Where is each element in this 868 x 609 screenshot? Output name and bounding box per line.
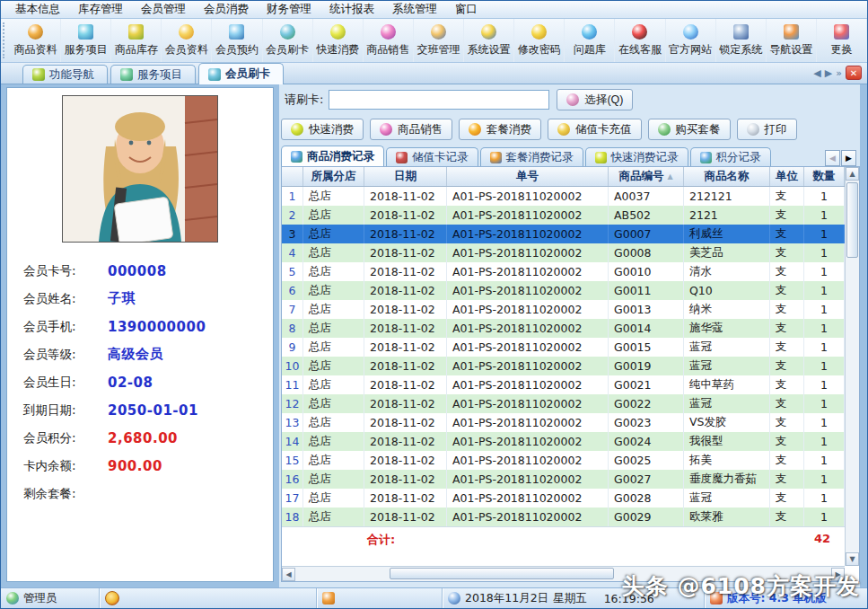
table-row[interactable]: 8总店2018-11-02A01-PS-201811020002G0014施华蔻… [282, 319, 845, 338]
table-row[interactable]: 3总店2018-11-02A01-PS-201811020002G0007利威丝… [282, 225, 845, 243]
toolbar-item-6[interactable]: 快速消费 [313, 19, 364, 62]
table-row[interactable]: 6总店2018-11-02A01-PS-201811020002G0011Q10… [282, 281, 845, 300]
column-header-单号[interactable]: 单号 [447, 167, 609, 186]
action-button-label: 打印 [765, 122, 787, 137]
column-header-label: 日期 [394, 169, 416, 184]
record-tab-积分记录[interactable]: 积分记录 [690, 147, 771, 166]
menu-item-1[interactable]: 库存管理 [69, 0, 132, 19]
toolbar-item-11[interactable]: 问题库 [565, 19, 615, 62]
menu-item-5[interactable]: 统计报表 [320, 0, 383, 19]
member-field-value: 1390000000 [108, 319, 206, 335]
swipe-card-input[interactable] [329, 90, 549, 110]
table-header-row[interactable]: 所属分店日期单号商品编号▲商品名称单位数量 [282, 167, 845, 187]
row-number-cell: 7 [282, 300, 303, 319]
toolbar-item-3[interactable]: 会员资料 [162, 19, 212, 62]
table-row[interactable]: 10总店2018-11-02A01-PS-201811020002G0019蓝冠… [282, 357, 845, 375]
table-row[interactable]: 9总店2018-11-02A01-PS-201811020002G0015蓝冠支… [282, 338, 845, 357]
toolbar-item-8[interactable]: 交班管理 [414, 19, 464, 62]
table-row[interactable]: 14总店2018-11-02A01-PS-201811020002G0024我很… [282, 432, 845, 451]
toolbar-item-1[interactable]: 服务项目 [61, 19, 111, 62]
table-cell: A01-PS-201811020002 [447, 375, 609, 394]
menu-item-4[interactable]: 财务管理 [258, 0, 320, 19]
record-scroll-left-icon[interactable]: ◀ [825, 150, 840, 166]
table-cell: 总店 [303, 225, 364, 243]
action-button-快速消费[interactable]: 快速消费 [281, 119, 364, 140]
tab-scroll-left-icon[interactable]: ◀ [813, 67, 820, 79]
record-tab-label: 商品消费记录 [307, 149, 374, 164]
table-row[interactable]: 1总店2018-11-02A01-PS-201811020002A0037212… [282, 187, 845, 206]
tab-scroll-right-icon[interactable]: ▶ [825, 67, 832, 79]
menu-item-0[interactable]: 基本信息 [6, 0, 69, 19]
toolbar-item-0[interactable]: 商品资料 [11, 19, 61, 62]
action-button-商品销售[interactable]: 商品销售 [370, 119, 452, 140]
horizontal-scroll-thumb[interactable] [390, 568, 614, 579]
table-cell: 2018-11-02 [364, 319, 447, 338]
scroll-down-icon[interactable]: ▼ [846, 552, 859, 566]
tab-服务项目[interactable]: 服务项目 [110, 65, 196, 84]
toolbar-grip-handle[interactable] [3, 22, 9, 58]
table-row[interactable]: 16总店2018-11-02A01-PS-201811020002G0027垂度… [282, 470, 845, 489]
menu-item-7[interactable]: 窗口 [446, 0, 487, 19]
tab-功能导航[interactable]: 功能导航 [22, 65, 108, 84]
toolbar-item-5[interactable]: 会员刷卡 [263, 19, 313, 62]
column-header-单位[interactable]: 单位 [770, 167, 804, 186]
toolbar-item-12[interactable]: 在线客服 [615, 19, 665, 62]
toolbar-item-14[interactable]: 锁定系统 [716, 19, 767, 62]
tab-会员刷卡[interactable]: 会员刷卡 [198, 63, 284, 84]
menu-item-3[interactable]: 会员消费 [195, 0, 258, 19]
table-row[interactable]: 5总店2018-11-02A01-PS-201811020002G0010清水支… [282, 262, 845, 281]
column-header-商品名称[interactable]: 商品名称 [684, 167, 770, 186]
select-member-button[interactable]: 选择(Q) [557, 89, 633, 110]
vertical-scrollbar[interactable]: ▲ ▼ [845, 167, 859, 566]
member-panel: 会员卡号:000008会员姓名:子琪会员手机:1390000000会员等级:高级… [6, 87, 274, 582]
member-swipe-tab-icon [208, 68, 221, 81]
close-tab-button[interactable]: ✕ [846, 66, 862, 80]
toolbar-item-16[interactable]: 更换 [817, 19, 867, 62]
action-button-储值卡充值[interactable]: 储值卡充值 [548, 119, 642, 140]
action-button-打印[interactable]: 打印 [737, 119, 797, 140]
toolbar-item-9[interactable]: 系统设置 [464, 19, 514, 62]
row-number-cell: 13 [282, 413, 303, 432]
scroll-left-icon[interactable]: ◀ [282, 568, 295, 581]
action-button-购买套餐[interactable]: 购买套餐 [648, 119, 731, 140]
toolbar-item-label: 问题库 [574, 42, 606, 57]
action-button-套餐消费[interactable]: 套餐消费 [459, 119, 541, 140]
table-cell: A01-PS-201811020002 [447, 338, 609, 357]
record-tab-商品消费记录[interactable]: 商品消费记录 [281, 146, 384, 166]
column-header-数量[interactable]: 数量 [804, 167, 845, 186]
table-row[interactable]: 7总店2018-11-02A01-PS-201811020002G0013纳米支… [282, 300, 845, 319]
table-row[interactable]: 4总店2018-11-02A01-PS-201811020002G0008美芝品… [282, 243, 845, 262]
toolbar-item-10[interactable]: 修改密码 [514, 19, 565, 62]
stored-card-record-icon [396, 152, 408, 163]
vertical-scroll-thumb[interactable] [846, 182, 858, 258]
toolbar-item-4[interactable]: 会员预约 [212, 19, 262, 62]
table-row[interactable]: 11总店2018-11-02A01-PS-201811020002G0021纯中… [282, 375, 845, 394]
toolbar-item-13[interactable]: 官方网站 [666, 19, 716, 62]
record-tab-储值卡记录[interactable]: 储值卡记录 [386, 147, 478, 166]
table-row[interactable]: 2总店2018-11-02A01-PS-201811020002AB502212… [282, 206, 845, 225]
record-tab-快速消费记录[interactable]: 快速消费记录 [585, 147, 688, 166]
toolbar-item-7[interactable]: 商品销售 [364, 19, 414, 62]
table-row[interactable]: 17总店2018-11-02A01-PS-201811020002G0028蓝冠… [282, 489, 845, 508]
table-cell: 支 [770, 508, 804, 526]
table-cell: G0025 [609, 451, 684, 470]
menu-item-6[interactable]: 系统管理 [383, 0, 446, 19]
menu-item-2[interactable]: 会员管理 [132, 0, 195, 19]
column-header-日期[interactable]: 日期 [364, 167, 447, 186]
scroll-right-icon[interactable]: ▶ [831, 568, 845, 581]
table-cell: A01-PS-201811020002 [447, 206, 609, 225]
table-row[interactable]: 12总店2018-11-02A01-PS-201811020002G0022蓝冠… [282, 394, 845, 413]
tab-list-chevron-icon[interactable]: » [836, 67, 842, 79]
horizontal-scrollbar[interactable]: ◀ ▶ [282, 566, 845, 581]
toolbar-item-15[interactable]: 导航设置 [767, 19, 817, 62]
scroll-up-icon[interactable]: ▲ [846, 167, 859, 181]
record-tab-套餐消费记录[interactable]: 套餐消费记录 [480, 147, 583, 166]
table-row[interactable]: 15总店2018-11-02A01-PS-201811020002G0025拓美… [282, 451, 845, 470]
tab-label: 会员刷卡 [225, 66, 270, 82]
table-row[interactable]: 18总店2018-11-02A01-PS-201811020002G0029欧莱… [282, 508, 845, 526]
toolbar-item-2[interactable]: 商品库存 [111, 19, 162, 62]
record-scroll-right-icon[interactable]: ▶ [841, 150, 856, 166]
column-header-商品编号[interactable]: 商品编号▲ [609, 167, 684, 186]
column-header-所属分店[interactable]: 所属分店 [303, 167, 364, 186]
table-row[interactable]: 13总店2018-11-02A01-PS-201811020002G0023VS… [282, 413, 845, 432]
